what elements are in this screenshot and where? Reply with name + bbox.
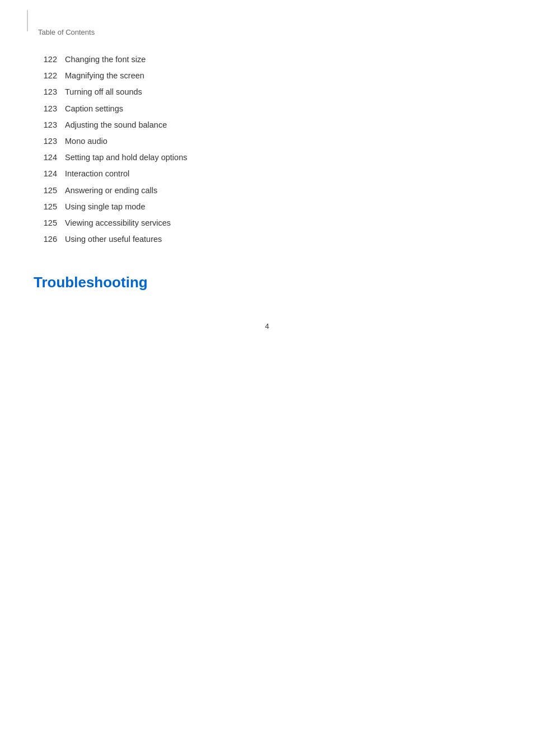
toc-page-number: 125 bbox=[34, 217, 57, 230]
toc-item: 122Changing the font size bbox=[34, 53, 500, 66]
toc-item: 123Adjusting the sound balance bbox=[34, 119, 500, 132]
toc-item: 125Answering or ending calls bbox=[34, 184, 500, 197]
toc-page-number: 123 bbox=[34, 119, 57, 132]
toc-title: Setting tap and hold delay options bbox=[65, 151, 187, 164]
toc-item: 123Caption settings bbox=[34, 102, 500, 115]
toc-page-number: 124 bbox=[34, 151, 57, 164]
toc-item: 125Using single tap mode bbox=[34, 200, 500, 213]
toc-page-number: 123 bbox=[34, 135, 57, 148]
toc-title: Answering or ending calls bbox=[65, 184, 157, 197]
toc-title: Adjusting the sound balance bbox=[65, 119, 167, 132]
toc-page-number: 124 bbox=[34, 167, 57, 180]
toc-title: Interaction control bbox=[65, 167, 129, 180]
toc-item: 126Using other useful features bbox=[34, 233, 500, 246]
toc-page-number: 126 bbox=[34, 233, 57, 246]
toc-title: Mono audio bbox=[65, 135, 107, 148]
toc-item: 125Viewing accessibility services bbox=[34, 217, 500, 230]
toc-page-number: 123 bbox=[34, 102, 57, 115]
toc-title: Using single tap mode bbox=[65, 200, 145, 213]
toc-page-number: 125 bbox=[34, 184, 57, 197]
toc-page-number: 123 bbox=[34, 86, 57, 99]
toc-item: 123Mono audio bbox=[34, 135, 500, 148]
table-of-contents-header: Table of Contents bbox=[38, 17, 500, 36]
toc-page-number: 122 bbox=[34, 69, 57, 82]
toc-page-number: 122 bbox=[34, 53, 57, 66]
toc-title: Turning off all sounds bbox=[65, 86, 142, 99]
toc-title: Magnifying the screen bbox=[65, 69, 144, 82]
toc-item: 122Magnifying the screen bbox=[34, 69, 500, 82]
page-container: Table of Contents 122Changing the font s… bbox=[0, 0, 534, 347]
toc-item: 124Setting tap and hold delay options bbox=[34, 151, 500, 164]
troubleshooting-heading: Troubleshooting bbox=[34, 274, 500, 291]
toc-title: Changing the font size bbox=[65, 53, 146, 66]
toc-list: 122Changing the font size122Magnifying t… bbox=[34, 53, 500, 246]
toc-item: 124Interaction control bbox=[34, 167, 500, 180]
toc-title: Viewing accessibility services bbox=[65, 217, 171, 230]
page-number-footer: 4 bbox=[265, 322, 269, 330]
toc-page-number: 125 bbox=[34, 200, 57, 213]
left-border-decoration bbox=[27, 10, 28, 31]
toc-title: Using other useful features bbox=[65, 233, 162, 246]
toc-title: Caption settings bbox=[65, 102, 123, 115]
toc-item: 123Turning off all sounds bbox=[34, 86, 500, 99]
